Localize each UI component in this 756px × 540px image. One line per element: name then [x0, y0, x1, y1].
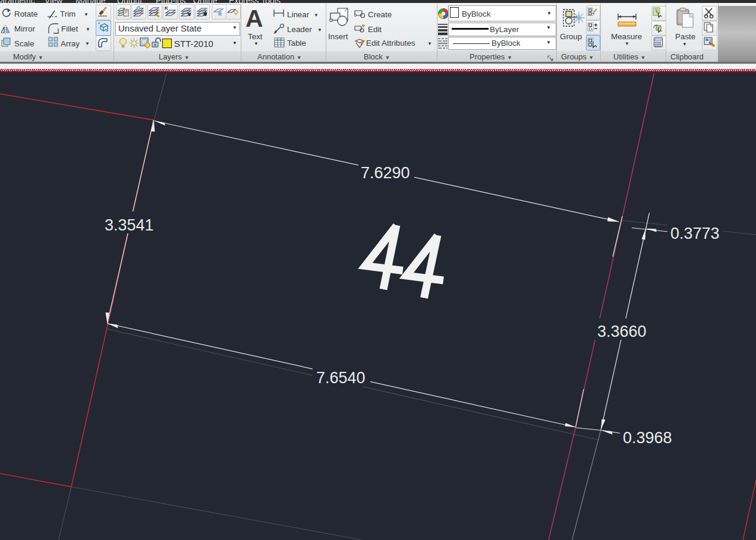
- svg-text:3.3660: 3.3660: [597, 323, 647, 340]
- svg-text:3.3541: 3.3541: [105, 216, 154, 234]
- svg-text:0.3968: 0.3968: [623, 429, 672, 447]
- svg-text:0.3773: 0.3773: [670, 225, 720, 242]
- svg-text:7.6540: 7.6540: [316, 369, 366, 387]
- svg-text:7.6290: 7.6290: [361, 164, 410, 182]
